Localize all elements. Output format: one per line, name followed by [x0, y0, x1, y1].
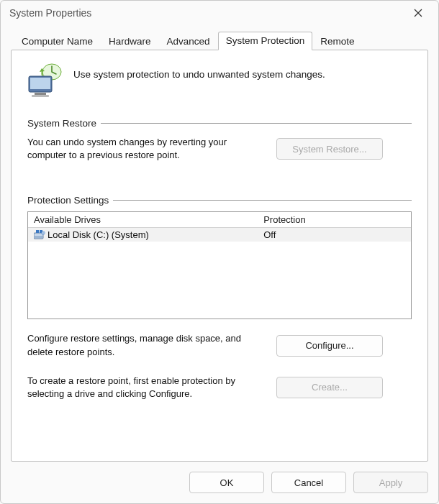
group-title-restore: System Restore: [27, 118, 96, 129]
tab-panel-system-protection: Use system protection to undo unwanted s…: [11, 50, 428, 462]
divider: [101, 123, 412, 124]
configure-button[interactable]: Configure...: [276, 335, 383, 357]
create-button[interactable]: Create...: [276, 377, 383, 398]
svg-rect-7: [32, 95, 49, 97]
group-system-restore: System Restore You can undo system chang…: [27, 118, 412, 162]
svg-rect-10: [36, 230, 39, 233]
svg-rect-5: [30, 78, 50, 89]
tab-system-protection[interactable]: System Protection: [218, 32, 313, 50]
restore-monitor-icon: [27, 63, 63, 96]
create-description: To create a restore point, first enable …: [27, 375, 265, 400]
drive-protection-status: Off: [258, 228, 411, 242]
window-title: System Properties: [9, 7, 91, 19]
apply-button[interactable]: Apply: [353, 472, 428, 493]
tab-hardware[interactable]: Hardware: [101, 32, 159, 50]
drive-icon: [34, 230, 45, 240]
table-header: Available Drives Protection: [28, 212, 411, 228]
column-header-protection[interactable]: Protection: [258, 212, 411, 227]
group-title-protection: Protection Settings: [27, 195, 109, 206]
tab-advanced[interactable]: Advanced: [159, 32, 218, 50]
tab-strip: Computer Name Hardware Advanced System P…: [1, 25, 438, 50]
tab-computer-name[interactable]: Computer Name: [14, 32, 101, 50]
drive-name: Local Disk (C:) (System): [47, 229, 149, 240]
restore-description: You can undo system changes by reverting…: [27, 136, 265, 162]
close-icon[interactable]: [402, 1, 434, 25]
divider: [113, 200, 412, 201]
cancel-button[interactable]: Cancel: [271, 472, 346, 493]
svg-rect-6: [35, 93, 46, 95]
titlebar: System Properties: [1, 1, 438, 25]
configure-description: Configure restore settings, manage disk …: [27, 332, 265, 358]
drives-table[interactable]: Available Drives Protection: [27, 211, 412, 319]
tab-remote[interactable]: Remote: [312, 32, 362, 50]
intro-text: Use system protection to undo unwanted s…: [73, 69, 325, 80]
intro-row: Use system protection to undo unwanted s…: [27, 63, 412, 96]
group-protection-settings: Protection Settings Available Drives Pro…: [27, 195, 412, 400]
system-restore-button[interactable]: System Restore...: [276, 138, 383, 160]
ok-button[interactable]: OK: [189, 472, 264, 493]
svg-rect-9: [35, 236, 42, 238]
table-row[interactable]: Local Disk (C:) (System) Off: [28, 228, 411, 242]
svg-rect-13: [43, 232, 44, 234]
system-properties-window: System Properties Computer Name Hardware…: [0, 0, 439, 504]
dialog-button-row: OK Cancel Apply: [1, 464, 438, 503]
column-header-drives[interactable]: Available Drives: [28, 212, 258, 227]
